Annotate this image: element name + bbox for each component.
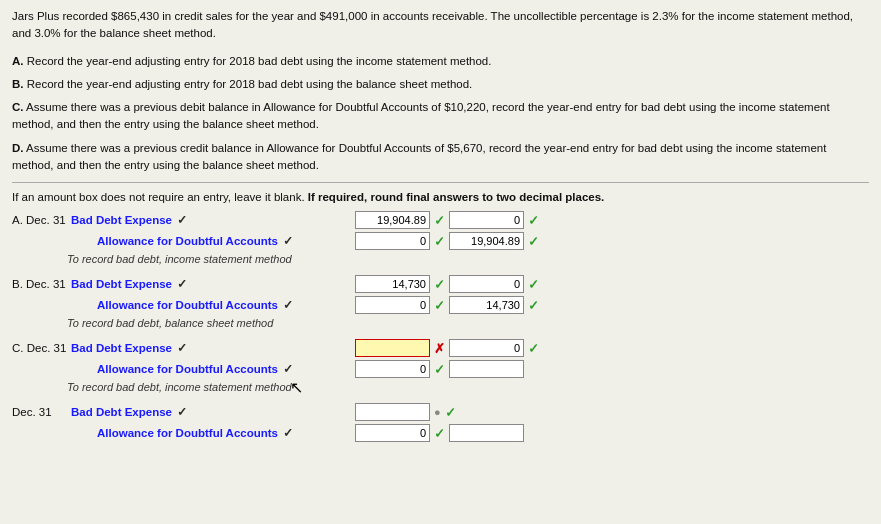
entry-a-date: A. Dec. 31 [12, 214, 67, 226]
entry-a-debit-label: Bad Debt Expense [71, 214, 172, 226]
entry-a-debit-zero-status: ✓ [528, 213, 539, 228]
entry-a-debit-inputs: ✓ ✓ [355, 211, 539, 229]
question-c: C. Assume there was a previous debit bal… [12, 99, 869, 134]
q-c-text: Assume there was a previous debit balanc… [12, 101, 830, 130]
entry-c-debit-check: ✓ [177, 341, 187, 355]
entry-d-credit-value[interactable] [449, 424, 524, 442]
entry-d-credit-zero[interactable] [355, 424, 430, 442]
entry-c-debit-value[interactable] [355, 339, 430, 357]
intro-text: Jars Plus recorded $865,430 in credit sa… [12, 8, 869, 43]
intro-paragraph: Jars Plus recorded $865,430 in credit sa… [12, 10, 853, 39]
entry-b-credit-label: Allowance for Doubtful Accounts [97, 299, 278, 311]
main-container: Jars Plus recorded $865,430 in credit sa… [0, 0, 881, 524]
question-a: A. Record the year-end adjusting entry f… [12, 53, 869, 70]
entry-c-credit-check: ✓ [283, 362, 293, 376]
entry-d-credit-account: Allowance for Doubtful Accounts ✓ [67, 426, 347, 440]
entry-d-debit-account: Bad Debt Expense ✓ [67, 405, 347, 419]
entry-a-debit-check: ✓ [177, 213, 187, 227]
entry-b-credit-value[interactable] [449, 296, 524, 314]
entry-section-a: A. Dec. 31 Bad Debt Expense ✓ ✓ ✓ Allowa… [12, 211, 869, 265]
divider [12, 182, 869, 183]
entry-d-credit-row: Allowance for Doubtful Accounts ✓ ✓ [12, 424, 869, 442]
entry-a-credit-row: Allowance for Doubtful Accounts ✓ ✓ ✓ [12, 232, 869, 250]
entry-b-date: B. Dec. 31 [12, 278, 67, 290]
entry-c-debit-status: ✗ [434, 341, 445, 356]
entry-a-credit-value[interactable] [449, 232, 524, 250]
entry-c-debit-inputs: ✗ ✓ [355, 339, 539, 357]
entry-d-debit-check: ✓ [177, 405, 187, 419]
entry-c-credit-account: Allowance for Doubtful Accounts ✓ [67, 362, 347, 376]
entry-d-debit-row: Dec. 31 Bad Debt Expense ✓ ● ✓ [12, 403, 869, 421]
entry-d-credit-zero-status: ✓ [434, 426, 445, 441]
question-b: B. Record the year-end adjusting entry f… [12, 76, 869, 93]
entry-a-credit-check: ✓ [283, 234, 293, 248]
entry-b-debit-zero-status: ✓ [528, 277, 539, 292]
entry-b-credit-zero-status: ✓ [434, 298, 445, 313]
entry-b-credit-inputs: ✓ ✓ [355, 296, 539, 314]
entry-b-debit-inputs: ✓ ✓ [355, 275, 539, 293]
entry-d-debit-inputs: ● ✓ [355, 403, 456, 421]
entry-d-debit-value[interactable] [355, 403, 430, 421]
entry-b-debit-check: ✓ [177, 277, 187, 291]
entry-c-date: C. Dec. 31 [12, 342, 67, 354]
entry-a-credit-zero-status: ✓ [434, 234, 445, 249]
entry-b-credit-account: Allowance for Doubtful Accounts ✓ [67, 298, 347, 312]
entry-c-debit-zero-status: ✓ [528, 341, 539, 356]
q-d-letter: D. [12, 142, 24, 154]
entry-b-credit-zero[interactable] [355, 296, 430, 314]
entry-a-debit-status: ✓ [434, 213, 445, 228]
entry-d-credit-inputs: ✓ [355, 424, 524, 442]
entry-b-credit-check: ✓ [283, 298, 293, 312]
entry-a-credit-label: Allowance for Doubtful Accounts [97, 235, 278, 247]
q-d-text: Assume there was a previous credit balan… [12, 142, 826, 171]
entry-a-debit-value[interactable] [355, 211, 430, 229]
entry-c-note: To record bad debt, income statement met… [12, 381, 869, 393]
entry-b-debit-account: Bad Debt Expense ✓ [67, 277, 347, 291]
entry-b-debit-row: B. Dec. 31 Bad Debt Expense ✓ ✓ ✓ [12, 275, 869, 293]
entry-d-credit-label: Allowance for Doubtful Accounts [97, 427, 278, 439]
entry-c-debit-zero[interactable] [449, 339, 524, 357]
entry-b-credit-status: ✓ [528, 298, 539, 313]
entry-c-credit-inputs: ✓ [355, 360, 524, 378]
entry-a-credit-inputs: ✓ ✓ [355, 232, 539, 250]
entry-b-note: To record bad debt, balance sheet method [12, 317, 869, 329]
q-b-letter: B. [12, 78, 24, 90]
entry-b-debit-value[interactable] [355, 275, 430, 293]
entry-b-debit-label: Bad Debt Expense [71, 278, 172, 290]
entry-d-debit-badge: ● [434, 406, 441, 418]
q-a-letter: A. [12, 55, 24, 67]
entry-c-credit-zero[interactable] [355, 360, 430, 378]
entry-d-credit-check: ✓ [283, 426, 293, 440]
q-b-text: Record the year-end adjusting entry for … [27, 78, 473, 90]
entry-c-credit-zero-status: ✓ [434, 362, 445, 377]
entry-section-d: Dec. 31 Bad Debt Expense ✓ ● ✓ Allowance… [12, 403, 869, 442]
instruction-text: If an amount box does not require an ent… [12, 191, 869, 203]
entry-c-credit-label: Allowance for Doubtful Accounts [97, 363, 278, 375]
question-d: D. Assume there was a previous credit ba… [12, 140, 869, 175]
entry-section-b: B. Dec. 31 Bad Debt Expense ✓ ✓ ✓ Allowa… [12, 275, 869, 329]
entry-c-debit-account: Bad Debt Expense ✓ [67, 341, 347, 355]
entry-a-credit-account: Allowance for Doubtful Accounts ✓ [67, 234, 347, 248]
q-c-letter: C. [12, 101, 24, 113]
entry-a-debit-row: A. Dec. 31 Bad Debt Expense ✓ ✓ ✓ [12, 211, 869, 229]
entry-d-debit-status: ✓ [445, 405, 456, 420]
entry-a-note: To record bad debt, income statement met… [12, 253, 869, 265]
entry-d-debit-label: Bad Debt Expense [71, 406, 172, 418]
entry-c-credit-row: Allowance for Doubtful Accounts ✓ ✓ [12, 360, 869, 378]
entry-d-date: Dec. 31 [12, 406, 67, 418]
entry-b-debit-zero[interactable] [449, 275, 524, 293]
entry-section-c: C. Dec. 31 Bad Debt Expense ✓ ✗ ✓ Allowa… [12, 339, 869, 393]
entry-a-credit-zero[interactable] [355, 232, 430, 250]
entry-a-debit-account: Bad Debt Expense ✓ [67, 213, 347, 227]
entry-b-debit-status: ✓ [434, 277, 445, 292]
entry-c-debit-label: Bad Debt Expense [71, 342, 172, 354]
entry-a-credit-status: ✓ [528, 234, 539, 249]
q-a-text: Record the year-end adjusting entry for … [27, 55, 492, 67]
entry-a-debit-zero[interactable] [449, 211, 524, 229]
entry-c-credit-value[interactable] [449, 360, 524, 378]
entry-b-credit-row: Allowance for Doubtful Accounts ✓ ✓ ✓ [12, 296, 869, 314]
entry-c-debit-row: C. Dec. 31 Bad Debt Expense ✓ ✗ ✓ [12, 339, 869, 357]
